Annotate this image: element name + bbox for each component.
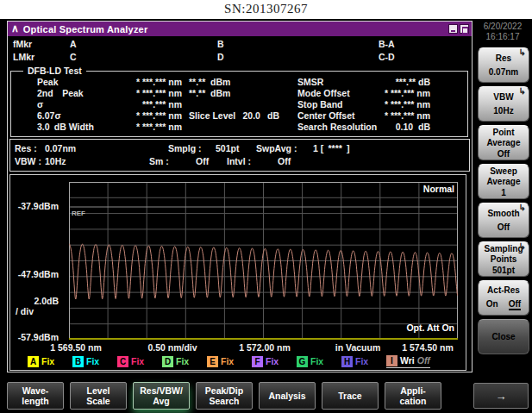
status-row-1: Res :0.07nmSmplg :501ptSwpAvg :1 [ **** …	[10, 143, 469, 155]
on-option[interactable]: On	[486, 299, 498, 310]
softkey-onoff-options: OnOff	[486, 299, 521, 310]
menu-button-label: Search	[209, 396, 239, 406]
x-axis-label: 1 572.00 nm	[239, 342, 291, 353]
submenu-arrow-icon: ↳	[519, 203, 526, 212]
trace-state: Fix	[41, 356, 54, 366]
marker-cell: D	[217, 52, 224, 62]
softkey-sweep-average[interactable]: SweepAverage1	[478, 164, 529, 199]
y-scale-label: 2.0dB	[12, 296, 59, 306]
menu-button-analysis[interactable]: Analysis	[259, 382, 316, 410]
status-label: Smplg :	[168, 143, 202, 153]
dfb-label: σ	[37, 99, 43, 110]
trace-letter-badge: B	[72, 356, 84, 367]
marker-rows: fMkrABB-ALMkrCDC-D	[8, 39, 472, 66]
softkey-act-res[interactable]: Act-ResOnOff	[478, 280, 529, 316]
menu-button-peak-dip-search[interactable]: Peak/DipSearch	[196, 382, 253, 410]
plot-area: Normal REF Opt. Att On	[69, 182, 458, 340]
dfb-ld-test-legend: DFB-LD Test	[23, 66, 86, 76]
x-axis-labels: 1 569.50 nm0.50 nm/div1 572.00 nmin Vacu…	[10, 342, 462, 354]
dfb-extra: **.** dBm	[189, 77, 230, 87]
submenu-arrow-icon: ↳	[519, 242, 526, 251]
dfb-right-label: SMSR	[297, 77, 323, 87]
window-minimize-button[interactable]	[448, 24, 458, 34]
softkey-sampling-points[interactable]: ↳SamplingPoints501pt	[478, 241, 529, 277]
trace-item-d: DFix	[162, 354, 202, 368]
status-value: Off	[196, 156, 209, 166]
softkey-smooth[interactable]: ↳SmoothOff	[478, 203, 529, 238]
softkey-label: Point	[493, 128, 515, 137]
menu-button-label: Appli-	[400, 385, 426, 396]
softkey-label: Off	[498, 149, 510, 159]
softkey-label: Res	[496, 53, 511, 63]
status-value: Off	[278, 156, 291, 166]
optical-attenuator-status: Opt. Att On	[406, 322, 454, 333]
window-titlebar[interactable]: ∧ Optical Spectrum Analyzer	[8, 22, 472, 36]
trace-state: Fix	[355, 356, 368, 366]
trace-state: Fix	[86, 356, 99, 366]
menu-button-level-scale[interactable]: LevelScale	[70, 382, 127, 410]
status-box: Res :0.07nmSmplg :501ptSwpAvg :1 [ **** …	[9, 139, 470, 172]
x-axis-label: 1 569.50 nm	[50, 342, 102, 353]
trace-letter-badge: G	[297, 356, 308, 367]
menu-more-button[interactable]: →	[473, 383, 529, 409]
softkey-res[interactable]: ↳Res0.07nm	[478, 47, 529, 83]
dfb-right-value: * ***.*** nm	[337, 99, 430, 110]
app-icon: ∧	[11, 22, 19, 36]
dfb-row: Peak* ***.*** nm**.** dBmSMSR***.** dB	[11, 77, 467, 88]
date-text: 6/20/2022	[476, 22, 529, 32]
dfb-right-value: ***.** dB	[337, 77, 430, 87]
screenshot-root: SN:201307267 ∧ Optical Spectrum Analyzer…	[0, 0, 532, 413]
menu-button-res-vbw-avg[interactable]: Res/VBW/Avg	[133, 382, 190, 410]
trace-letter-badge: A	[28, 356, 39, 367]
graph-box: -37.9dBm -47.9dBm 2.0dB / div -57.9dBm N…	[9, 174, 466, 371]
menu-button-trace[interactable]: Trace	[322, 382, 379, 410]
status-label: Res :	[15, 143, 37, 153]
dfb-row: 2nd Peak* ***.*** nm**.** dBmMode Offset…	[11, 88, 467, 99]
marker-row: fMkrABB-A	[8, 39, 472, 52]
menu-button-application[interactable]: Appli-cation	[385, 382, 441, 410]
window-maximize-button[interactable]	[460, 24, 469, 34]
marker-cell: B	[217, 39, 224, 49]
softkey-point-average[interactable]: PointAverageOff	[478, 125, 529, 160]
datetime-display: 6/20/2022 16:16:17	[476, 22, 529, 42]
dfb-row: 3.0 dB Width* ***.*** nmSearch Resolutio…	[11, 122, 467, 133]
softkeys: ↳Res0.07nm↳VBW10HzPointAverageOffSweepAv…	[478, 47, 529, 354]
y-label-ref: -37.9dBm	[12, 201, 59, 211]
trace-status-row: AFixBFixCFixDFixEFixFFixGFixHFixIWriOff	[28, 354, 464, 368]
dfb-value: * ***.*** nm	[91, 110, 182, 121]
dfb-value: ***.*** nm	[91, 99, 182, 110]
status-label: Sm :	[149, 156, 169, 166]
trace-item-a: AFix	[28, 354, 67, 368]
dfb-rows: Peak* ***.*** nm**.** dBmSMSR***.** dB2n…	[11, 77, 467, 133]
trace-item-b: BFix	[72, 354, 112, 368]
trace-state: Fix	[310, 356, 323, 366]
status-row-2: VBW :10HzSm :OffIntvl :Off	[10, 156, 469, 168]
menu-button-label: Scale	[86, 396, 110, 406]
dfb-row: 6.07σ* ***.*** nmSlice Level 20.0 dBCent…	[11, 110, 467, 122]
status-label: Intvl :	[227, 156, 251, 166]
trace-item-e: EFix	[207, 354, 247, 368]
marker-cell: A	[70, 39, 77, 49]
softkey-close[interactable]: Close	[478, 319, 529, 354]
marker-cell: C-D	[379, 52, 395, 62]
status-label: SwpAvg :	[256, 143, 297, 153]
instrument-screen: ∧ Optical Spectrum Analyzer fMkrABB-ALMk…	[0, 19, 532, 413]
dfb-label: 6.07σ	[37, 110, 61, 121]
menu-button-label: Peak/Dip	[205, 385, 243, 396]
maximize-icon	[462, 27, 468, 34]
dfb-right-value: 0.10 dB	[337, 122, 430, 132]
trace-item-f: FFix	[252, 354, 291, 368]
dfb-value: * ***.*** nm	[91, 88, 182, 98]
y-label-mid: -47.9dBm	[12, 269, 59, 279]
softkey-vbw[interactable]: ↳VBW10Hz	[478, 86, 529, 122]
bottom-menubar: Wave-lengthLevelScaleRes/VBW/AvgPeak/Dip…	[0, 377, 532, 413]
off-option[interactable]: Off	[509, 299, 521, 310]
trace-letter-badge: D	[162, 356, 173, 367]
menu-button-wavelength[interactable]: Wave-length	[7, 382, 64, 410]
trace-state: Fix	[221, 356, 234, 366]
softkey-label: VBW	[493, 92, 513, 102]
menu-button-label: cation	[400, 396, 427, 406]
dfb-extra: Slice Level 20.0 dB	[189, 110, 279, 121]
softkey-label: Points	[491, 254, 517, 264]
trace-letter-badge: C	[117, 356, 128, 367]
